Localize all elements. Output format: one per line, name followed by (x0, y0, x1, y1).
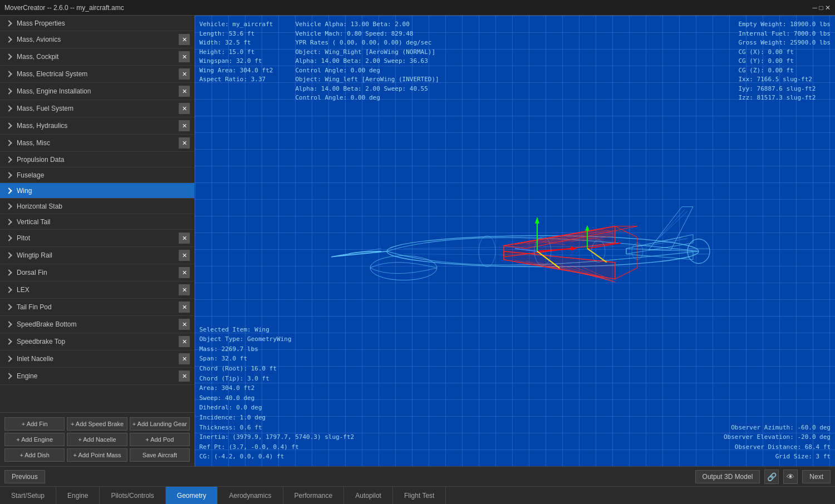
sidebar-close-btn[interactable]: ✕ (179, 51, 190, 62)
sidebar-close-btn[interactable]: ✕ (179, 336, 190, 347)
sidebar-close-btn[interactable]: ✕ (179, 34, 190, 45)
svg-line-39 (537, 251, 559, 268)
viewport-grid (195, 16, 835, 466)
tab-autopilot[interactable]: Autopilot (344, 487, 393, 504)
svg-line-37 (537, 249, 576, 251)
bottom-bar-right: Output 3D Model 🔗 👁 Next (695, 470, 831, 484)
sidebar-item-fuselage[interactable]: Fuselage (0, 167, 194, 183)
sidebar: Mass PropertiesMass, Avionics✕Mass, Cock… (0, 16, 195, 466)
sidebar-item-propulsion-data[interactable]: Propulsion Data (0, 152, 194, 167)
aircraft-svg (292, 140, 738, 363)
info-line: Gross Weight: 25900.0 lbs (738, 38, 831, 48)
sidebar-item-mass--electrical-system[interactable]: Mass, Electrical System✕ (0, 66, 194, 83)
svg-line-20 (537, 263, 610, 280)
action-btn---add-fin[interactable]: + Add Fin (4, 417, 65, 431)
info-line: Control Angle: 0.00 deg (295, 66, 439, 76)
sidebar-item-mass--misc[interactable]: Mass, Misc✕ (0, 135, 194, 152)
tab-geometry[interactable]: Geometry (166, 487, 218, 504)
output-3d-model-button[interactable]: Output 3D Model (695, 470, 760, 483)
action-btn---add-speed-brake[interactable]: + Add Speed Brake (67, 417, 127, 431)
sidebar-item-mass--cockpit[interactable]: Mass, Cockpit✕ (0, 48, 194, 66)
sidebar-item-wingtip-rail[interactable]: Wingtip Rail✕ (0, 247, 194, 264)
tab-aerodynamics[interactable]: Aerodynamics (218, 487, 283, 504)
sidebar-item-horizontal-stab[interactable]: Horizontal Stab (0, 199, 194, 214)
sidebar-item-mass-properties[interactable]: Mass Properties (0, 16, 194, 31)
viewport[interactable]: Vehicle: my_aircraftLength: 53.6 ftWidth… (195, 16, 835, 466)
sidebar-close-btn[interactable]: ✕ (179, 103, 190, 114)
sidebar-close-btn[interactable]: ✕ (179, 233, 190, 244)
sidebar-item-engine[interactable]: Engine✕ (0, 368, 194, 385)
tab-engine[interactable]: Engine (56, 487, 100, 504)
minimize-btn[interactable]: ─ (813, 4, 818, 12)
sidebar-item-mass--avionics[interactable]: Mass, Avionics✕ (0, 31, 194, 48)
previous-button[interactable]: Previous (4, 470, 45, 483)
info-bottom-line: Area: 304.0 ft2 (199, 383, 354, 393)
sidebar-item-mass--engine-installation[interactable]: Mass, Engine Installation✕ (0, 83, 194, 100)
sidebar-item-inlet-nacelle[interactable]: Inlet Nacelle✕ (0, 350, 194, 368)
svg-marker-43 (585, 225, 590, 231)
svg-line-21 (548, 264, 612, 281)
tab-flight-test[interactable]: Flight Test (393, 487, 446, 504)
info-col2: Vehicle Alpha: 13.00 Beta: 2.00Vehicle M… (295, 20, 439, 103)
sidebar-arrow-icon (6, 321, 12, 327)
sidebar-item-vertical-tail[interactable]: Vertical Tail (0, 214, 194, 230)
info-bottom-line: Object Type: GeometryWing (199, 334, 354, 344)
sidebar-close-btn[interactable]: ✕ (179, 86, 190, 97)
sidebar-close-btn[interactable]: ✕ (179, 68, 190, 80)
svg-marker-40 (555, 264, 561, 269)
action-btn---add-point-mass[interactable]: + Add Point Mass (67, 448, 127, 462)
svg-line-8 (537, 231, 610, 244)
action-btn-save-aircraft[interactable]: Save Aircraft (130, 448, 190, 462)
action-btn---add-pod[interactable]: + Add Pod (130, 433, 190, 446)
tab-start-setup[interactable]: Start/Setup (0, 487, 56, 504)
info-bottom-line: Incidence: 1.0 deg (199, 413, 354, 423)
sidebar-close-btn[interactable]: ✕ (179, 302, 190, 313)
svg-line-16 (607, 231, 626, 232)
observer-info-line: Observer Azimuth: -60.0 deg (724, 423, 831, 433)
action-btn---add-engine[interactable]: + Add Engine (4, 433, 65, 446)
link-icon-button[interactable]: 🔗 (764, 470, 779, 484)
sidebar-item-mass--hydraulics[interactable]: Mass, Hydraulics✕ (0, 117, 194, 135)
sidebar-close-btn[interactable]: ✕ (179, 120, 190, 131)
sidebar-item-lex[interactable]: LEX✕ (0, 281, 194, 299)
sidebar-close-btn[interactable]: ✕ (179, 250, 190, 261)
action-btn---add-landing-gear[interactable]: + Add Landing Gear (130, 417, 190, 431)
sidebar-item-dorsal-fin[interactable]: Dorsal Fin✕ (0, 264, 194, 281)
tab-performance[interactable]: Performance (283, 487, 345, 504)
sidebar-close-btn[interactable]: ✕ (179, 353, 190, 364)
close-btn-title[interactable]: ✕ (825, 4, 831, 12)
sidebar-arrow-icon (6, 338, 12, 344)
sidebar-item-tail-fin-pod[interactable]: Tail Fin Pod✕ (0, 299, 194, 316)
sidebar-item-label: Dorsal Fin (17, 269, 47, 276)
sidebar-item-pitot[interactable]: Pitot✕ (0, 230, 194, 247)
sidebar-item-wing[interactable]: Wing (0, 183, 194, 199)
next-button[interactable]: Next (802, 470, 831, 483)
info-line: Iyy: 76887.6 slug-ft2 (738, 85, 831, 94)
sidebar-arrow-icon (6, 252, 12, 258)
maximize-btn[interactable]: □ (819, 4, 823, 12)
sidebar-close-btn[interactable]: ✕ (179, 137, 190, 149)
sidebar-close-btn[interactable]: ✕ (179, 370, 190, 382)
info-line: Alpha: 14.00 Beta: 2.00 Sweep: 36.63 (295, 57, 439, 66)
sidebar-arrow-icon (6, 53, 12, 60)
sidebar-close-btn[interactable]: ✕ (179, 284, 190, 295)
svg-marker-17 (504, 251, 615, 279)
sidebar-item-label: Wing (17, 187, 32, 195)
sidebar-item-label: Horizontal Stab (17, 202, 62, 210)
sidebar-item-speedbrake-top[interactable]: Speedbrake Top✕ (0, 333, 194, 350)
svg-line-18 (515, 260, 604, 278)
sidebar-item-mass--fuel-system[interactable]: Mass, Fuel System✕ (0, 100, 194, 117)
svg-line-19 (526, 261, 607, 279)
action-btn---add-dish[interactable]: + Add Dish (4, 448, 65, 462)
svg-line-22 (559, 265, 614, 282)
info-bottom-line: Dihedral: 0.0 deg (199, 403, 354, 413)
sidebar-list[interactable]: Mass PropertiesMass, Avionics✕Mass, Cock… (0, 16, 194, 412)
sidebar-close-btn[interactable]: ✕ (179, 319, 190, 330)
eye-icon-button[interactable]: 👁 (783, 470, 798, 484)
sidebar-item-label: Mass, Electrical System (17, 70, 87, 78)
tab-pilots-controls[interactable]: Pilots/Controls (100, 487, 165, 504)
action-btn---add-nacelle[interactable]: + Add Nacelle (67, 433, 127, 446)
sidebar-close-btn[interactable]: ✕ (179, 267, 190, 278)
sidebar-arrow-icon (6, 203, 12, 209)
sidebar-item-speedbrake-bottom[interactable]: SpeedBrake Bottom✕ (0, 316, 194, 333)
